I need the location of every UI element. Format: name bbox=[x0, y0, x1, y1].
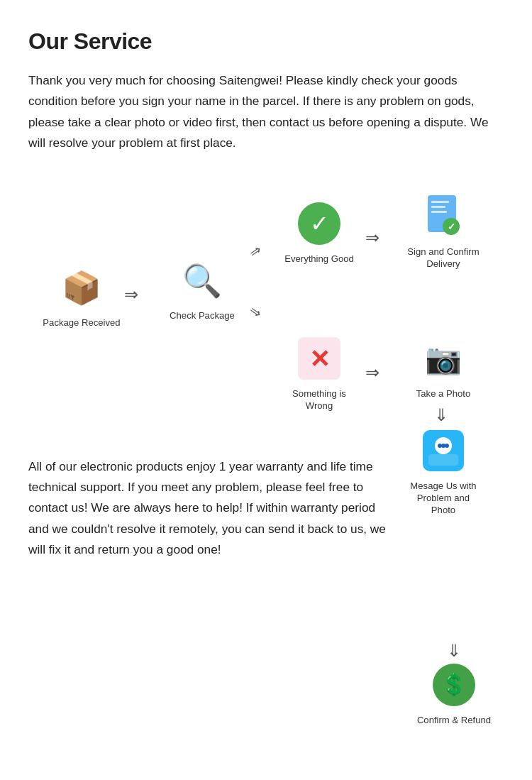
everything-good-node: ✓ Everything Good bbox=[280, 201, 358, 265]
arrow-wrong-to-photo: ⇒ bbox=[365, 363, 379, 383]
check-package-node: 🔍 Check Package bbox=[163, 258, 241, 322]
message-icon bbox=[421, 428, 467, 474]
confirm-refund-label: Confirm & Refund bbox=[417, 714, 491, 726]
check-package-label: Check Package bbox=[170, 309, 235, 322]
sign-confirm-label: Sign and Confirm Delivery bbox=[404, 246, 482, 270]
camera-icon: 📷 bbox=[421, 336, 467, 382]
flow-diagram: 📦 Package Received ⇒ 🔍 Check Package ⇒ ⇒… bbox=[43, 180, 525, 478]
arrow-pkg-to-check: ⇒ bbox=[124, 285, 138, 304]
x-icon: ✕ bbox=[297, 336, 343, 382]
something-wrong-node: ✕ Something is Wrong bbox=[280, 336, 358, 412]
svg-text:✓: ✓ bbox=[447, 221, 455, 232]
take-photo-label: Take a Photo bbox=[416, 388, 471, 400]
message-us-label: Mesage Us with Problem and Photo bbox=[404, 480, 482, 516]
svg-rect-12 bbox=[428, 454, 458, 466]
something-wrong-label: Something is Wrong bbox=[280, 388, 358, 412]
everything-good-label: Everything Good bbox=[284, 253, 354, 265]
arrow-msg-to-refund: ⇓ bbox=[447, 641, 461, 661]
confirm-refund-node: 💲 Confirm & Refund bbox=[415, 662, 493, 726]
search-icon: 🔍 bbox=[179, 258, 226, 304]
refund-icon: 💲 bbox=[431, 662, 477, 708]
package-received-label: Package Received bbox=[43, 317, 120, 329]
take-photo-node: 📷 Take a Photo bbox=[404, 336, 482, 400]
right-col-flow: ⇓ 💲 Confirm & Refund bbox=[404, 641, 504, 726]
arrow-diag-up: ⇒ bbox=[246, 241, 265, 261]
document-icon: ✓ bbox=[421, 194, 467, 240]
message-us-node: Mesage Us with Problem and Photo bbox=[404, 428, 482, 516]
svg-rect-2 bbox=[431, 206, 445, 208]
svg-point-10 bbox=[445, 444, 449, 448]
intro-paragraph: Thank you very much for choosing Saiteng… bbox=[28, 70, 504, 154]
package-received-node: 📦 Package Received bbox=[43, 265, 121, 329]
arrow-diag-down: ⇒ bbox=[246, 302, 265, 322]
page-title: Our Service bbox=[28, 28, 504, 55]
check-circle-icon: ✓ bbox=[297, 201, 343, 247]
svg-rect-3 bbox=[431, 211, 447, 213]
arrow-good-to-sign: ⇒ bbox=[365, 228, 379, 248]
sign-confirm-node: ✓ Sign and Confirm Delivery bbox=[404, 194, 482, 270]
svg-rect-1 bbox=[431, 201, 449, 203]
package-icon: 📦 bbox=[59, 265, 105, 311]
arrow-photo-down: ⇓ bbox=[434, 405, 448, 425]
